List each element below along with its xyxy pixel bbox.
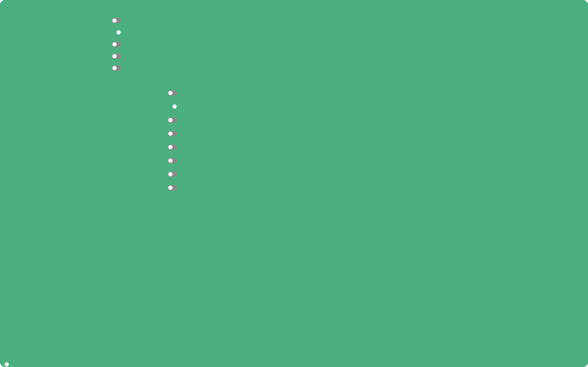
member-toggle-7[interactable]: ✓	[168, 185, 177, 190]
wider-labels-toggle[interactable]: ✓	[112, 54, 121, 59]
sidebar-toggle-system-properties[interactable]: ✓	[0, 0, 51, 367]
hide-labels-control: ✓	[112, 66, 121, 71]
member-toggle-2[interactable]: ✓	[168, 117, 177, 123]
member-toggle-4[interactable]: ✓	[168, 145, 177, 150]
member-toggle-1[interactable]: ✓	[168, 104, 177, 109]
collapsible-control: ✓	[112, 30, 121, 35]
collapsible-toggle[interactable]: ✓	[112, 30, 121, 35]
wider-labels-control: ✓	[112, 54, 121, 59]
collapsed-control: ✓	[112, 42, 121, 47]
hide-group-label-toggle[interactable]: ✓	[112, 18, 121, 23]
member-toggle-6[interactable]: ✓	[168, 172, 177, 177]
member-toggle-5[interactable]: ✓	[168, 158, 177, 163]
sidebar-item-system-properties[interactable]: System properties✓	[1, 43, 50, 51]
hide-labels-toggle[interactable]: ✓	[112, 66, 121, 71]
member-toggle-3[interactable]: ✓	[168, 131, 177, 136]
collapsed-toggle[interactable]: ✓	[112, 42, 121, 47]
sidebar: ← Details component System✓Assignment✓Pu…	[0, 0, 51, 367]
hide-group-label-control: ✓	[112, 18, 121, 23]
member-toggle-0[interactable]: ✓	[168, 91, 177, 96]
